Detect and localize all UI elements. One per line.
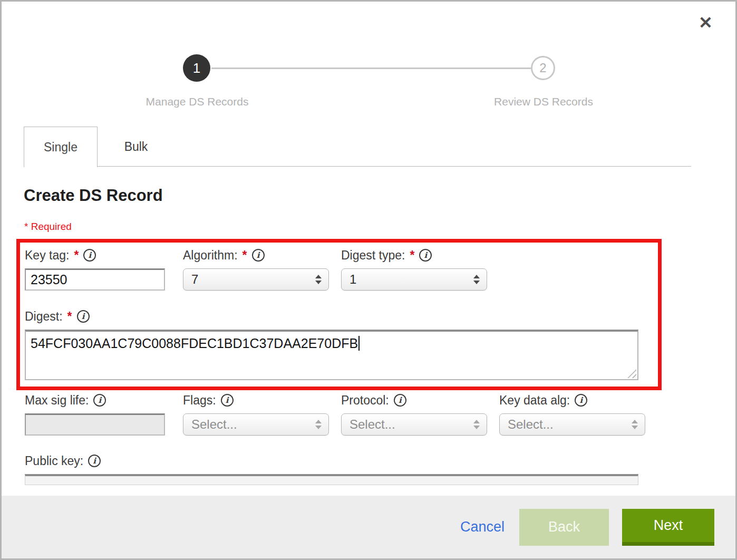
tab-bar: Single Bulk (24, 127, 691, 167)
select-spinner-icon (315, 420, 322, 429)
public-key-textarea[interactable] (25, 474, 638, 485)
info-icon[interactable]: i (88, 455, 101, 467)
required-asterisk: * (67, 310, 72, 324)
field-key-tag: Key tag: * i (25, 247, 183, 291)
info-icon[interactable]: i (83, 249, 96, 262)
key-tag-label: Key tag: (25, 248, 69, 263)
key-data-alg-select[interactable]: Select... (499, 413, 645, 436)
select-spinner-icon (473, 275, 480, 284)
text-cursor (358, 336, 360, 351)
field-max-sig-life: Max sig life: i (25, 392, 183, 436)
algorithm-label: Algorithm: (183, 248, 238, 263)
field-protocol: Protocol: i Select... (341, 392, 499, 436)
form-row-1: Key tag: * i Algorithm: * i 7 (25, 247, 499, 291)
digest-value: 54FCF030AA1C79C0088FDEC1BD1C37DAA2E70DFB (31, 336, 358, 351)
required-asterisk: * (410, 248, 414, 263)
digest-label: Digest: (25, 310, 63, 324)
tab-single[interactable]: Single (24, 127, 98, 167)
info-icon[interactable]: i (93, 394, 106, 407)
form-row-3: Max sig life: i Flags: i Select... Proto… (25, 392, 657, 436)
info-icon[interactable]: i (419, 249, 432, 262)
key-tag-input[interactable] (25, 268, 165, 291)
cancel-link[interactable]: Cancel (460, 519, 505, 535)
field-digest: Digest: * i 54FCF030AA1C79C0088FDEC1BD1C… (25, 308, 638, 380)
info-icon[interactable]: i (575, 394, 587, 407)
info-icon[interactable]: i (252, 249, 265, 262)
protocol-label: Protocol: (341, 393, 389, 408)
digest-type-select-value: 1 (350, 272, 356, 287)
field-public-key: Public key: i (25, 453, 638, 485)
required-asterisk: * (74, 248, 79, 263)
create-ds-record-dialog: ✕ 1 2 Manage DS Records Review DS Record… (0, 0, 737, 560)
public-key-label: Public key: (25, 454, 83, 468)
back-button: Back (519, 509, 609, 546)
info-icon[interactable]: i (221, 394, 234, 407)
step-connector-line (211, 67, 531, 69)
field-key-data-alg: Key data alg: i Select... (499, 392, 657, 436)
flags-label: Flags: (183, 393, 216, 408)
field-flags: Flags: i Select... (183, 392, 341, 436)
algorithm-select-value: 7 (191, 272, 198, 287)
max-sig-life-input (25, 413, 165, 436)
step-2-circle: 2 (531, 56, 555, 80)
info-icon[interactable]: i (394, 394, 406, 407)
resize-grip-icon[interactable] (627, 369, 636, 378)
digest-textarea[interactable]: 54FCF030AA1C79C0088FDEC1BD1C37DAA2E70DFB (25, 330, 638, 380)
field-digest-type: Digest type: * i 1 (341, 247, 499, 291)
info-icon[interactable]: i (77, 310, 90, 323)
key-data-alg-label: Key data alg: (499, 393, 570, 408)
required-asterisk: * (243, 248, 247, 263)
dialog-footer: Cancel Back Next (2, 496, 735, 558)
algorithm-select[interactable]: 7 (183, 268, 329, 291)
required-note: * Required (24, 221, 72, 233)
key-data-alg-select-value: Select... (508, 417, 554, 432)
flags-select-value: Select... (191, 417, 237, 432)
protocol-select[interactable]: Select... (341, 413, 487, 436)
protocol-select-value: Select... (350, 417, 395, 432)
max-sig-life-label: Max sig life: (25, 393, 89, 408)
flags-select[interactable]: Select... (183, 413, 329, 436)
select-spinner-icon (632, 420, 638, 429)
step-1-circle: 1 (183, 54, 210, 82)
select-spinner-icon (473, 420, 480, 429)
field-algorithm: Algorithm: * i 7 (183, 247, 341, 291)
close-icon[interactable]: ✕ (699, 14, 713, 31)
select-spinner-icon (315, 275, 322, 284)
next-button[interactable]: Next (622, 509, 714, 546)
page-title: Create DS Record (24, 186, 163, 205)
step-1-label: Manage DS Records (113, 95, 282, 108)
tab-bulk[interactable]: Bulk (98, 127, 174, 167)
digest-type-label: Digest type: (341, 248, 405, 263)
step-2-label: Review DS Records (459, 95, 628, 108)
digest-type-select[interactable]: 1 (341, 268, 487, 291)
